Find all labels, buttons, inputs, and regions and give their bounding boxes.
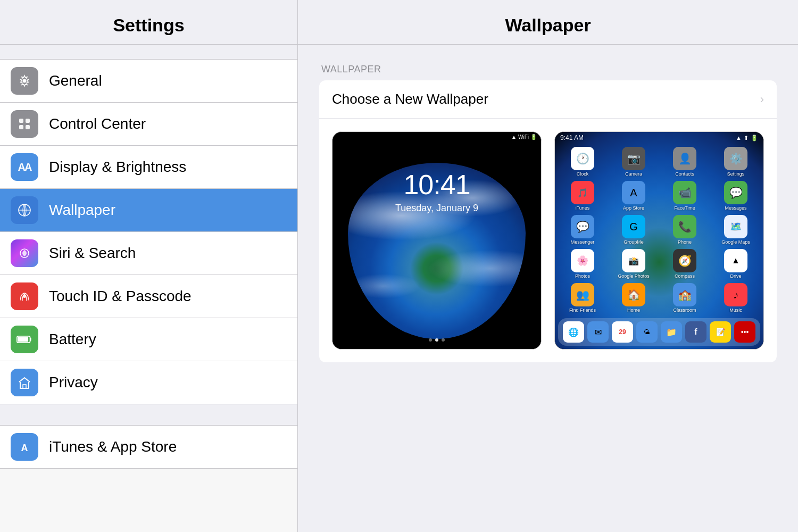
svg-rect-1 [19,119,23,123]
contacts-icon: 👤 [673,147,696,170]
photos-label: Photos [575,273,590,279]
lock-dot-3 [442,338,445,342]
home-status-bar: 9:41 AM ▲⬆🔋 [555,132,763,144]
phone-icon: 📞 [673,215,696,238]
sidebar-title: Settings [13,15,285,36]
drive-label: Drive [730,273,741,279]
app-compass-cell[interactable]: 🧭 Compass [661,249,708,279]
sidebar-item-touchid[interactable]: Touch ID & Passcode [0,275,297,318]
siri-icon [11,239,38,267]
display-icon: AA [11,153,38,181]
messages-icon: 💬 [724,181,747,204]
app-music-cell[interactable]: ♪ Music [712,283,759,313]
wallpaper-icon [11,196,38,224]
app-home-cell[interactable]: 🏠 Home [610,283,657,313]
dock-files[interactable]: 📁 [661,321,682,343]
drive-icon: ▲ [724,249,747,272]
maps-icon: 🗺️ [724,215,747,238]
sidebar-item-general[interactable]: General [0,60,297,103]
sidebar-item-display[interactable]: AA Display & Brightness [0,146,297,189]
dock-weather[interactable]: 🌤 [636,321,658,343]
touchid-icon [11,282,38,310]
dock-notes[interactable]: 📝 [710,321,731,343]
classroom-icon: 🏫 [673,283,696,306]
app-clock[interactable]: 🕐 Clock [559,147,606,177]
control-center-label: Control Center [49,115,146,132]
camera-label: Camera [625,171,642,177]
home-status-icons: ▲⬆🔋 [736,134,758,142]
home-status-time: 9:41 AM [560,134,584,142]
home-dock: 🌐 ✉ 29 🌤 📁 f 📝 ••• [558,318,760,346]
dock-more[interactable]: ••• [734,321,755,343]
home-screen-preview[interactable]: 9:41 AM ▲⬆🔋 🕐 Clock [554,131,764,350]
googlephotos-icon: 📸 [622,249,645,272]
app-findfriends-cell[interactable]: 👥 Find Friends [559,283,606,313]
sidebar-item-siri[interactable]: Siri & Search [0,232,297,275]
app-phone-cell[interactable]: 📞 Phone [661,215,708,245]
lock-status-icons: ▲WiFi🔋 [511,134,537,140]
app-drive-cell[interactable]: ▲ Drive [712,249,759,279]
svg-point-0 [23,79,27,83]
classroom-label: Classroom [673,307,696,313]
camera-icon: 📷 [622,147,645,170]
dock-calendar[interactable]: 29 [612,321,633,343]
app-camera[interactable]: 📷 Camera [610,147,657,177]
main-content: WALLPAPER Choose a New Wallpaper › ▲WiFi… [298,45,798,532]
app-itunes-cell[interactable]: 🎵 iTunes [559,181,606,211]
app-facetime-cell[interactable]: 📹 FaceTime [661,181,708,211]
messages-label: Messages [725,205,746,211]
app-messages-cell[interactable]: 💬 Messages [712,181,759,211]
display-label: Display & Brightness [49,159,186,176]
app-googlephotos-cell[interactable]: 📸 Google Photos [610,249,657,279]
clock-icon: 🕐 [571,147,594,170]
control-center-icon [11,110,38,138]
itunes-store-icon: 🎵 [571,181,594,204]
home-app-icon: 🏠 [622,283,645,306]
findfriends-icon: 👥 [571,283,594,306]
sidebar-item-wallpaper[interactable]: Wallpaper [0,189,297,232]
appstore-label: App Store [623,205,644,211]
sidebar-item-itunes[interactable]: A iTunes & App Store [0,426,297,469]
main-header: Wallpaper [298,0,798,45]
dock-mail[interactable]: ✉ [587,321,609,343]
maps-label: Google Maps [721,239,750,245]
svg-rect-2 [26,119,30,123]
app-classroom-cell[interactable]: 🏫 Classroom [661,283,708,313]
sidebar-item-control-center[interactable]: Control Center [0,103,297,146]
app-maps-cell[interactable]: 🗺️ Google Maps [712,215,759,245]
app-settings[interactable]: ⚙️ Settings [712,147,759,177]
general-icon [11,67,38,95]
choose-wallpaper-row[interactable]: Choose a New Wallpaper › [319,80,777,119]
itunes-label: iTunes & App Store [49,438,177,455]
privacy-icon [11,369,38,396]
lock-dot-1 [429,338,432,342]
googlephotos-label: Google Photos [618,273,650,279]
messenger-icon: 💬 [571,215,594,238]
compass-label: Compass [675,273,695,279]
settings-icon: ⚙️ [724,147,747,170]
wallpaper-label: Wallpaper [49,202,115,219]
app-contacts[interactable]: 👤 Contacts [661,147,708,177]
dock-facebook[interactable]: f [685,321,706,343]
sidebar-item-battery[interactable]: Battery [0,318,297,361]
chevron-icon: › [760,93,764,106]
svg-rect-4 [26,125,30,129]
appstore-icon: A [622,181,645,204]
wallpaper-card: Choose a New Wallpaper › ▲WiFi🔋 1 [319,80,777,362]
app-appstore-cell[interactable]: A App Store [610,181,657,211]
lock-screen-preview[interactable]: ▲WiFi🔋 10:41 Tuesday, January 9 [332,131,542,350]
groupme-icon: G [622,215,645,238]
sidebar-item-privacy[interactable]: Privacy [0,361,297,404]
app-messenger-cell[interactable]: 💬 Messenger [559,215,606,245]
itunes-icon: A [11,433,38,461]
privacy-label: Privacy [49,374,98,391]
lock-time: 10:41 [403,169,470,201]
sidebar-list: General Control Center AA Display & Brig… [0,60,297,532]
app-groupme-cell[interactable]: G GroupMe [610,215,657,245]
app-photos-cell[interactable]: 🌸 Photos [559,249,606,279]
dock-chrome[interactable]: 🌐 [563,321,584,343]
findfriends-label: Find Friends [569,307,596,313]
sidebar: Settings General Cont [0,0,298,532]
choose-wallpaper-label: Choose a New Wallpaper [332,91,488,107]
svg-rect-3 [19,125,23,129]
